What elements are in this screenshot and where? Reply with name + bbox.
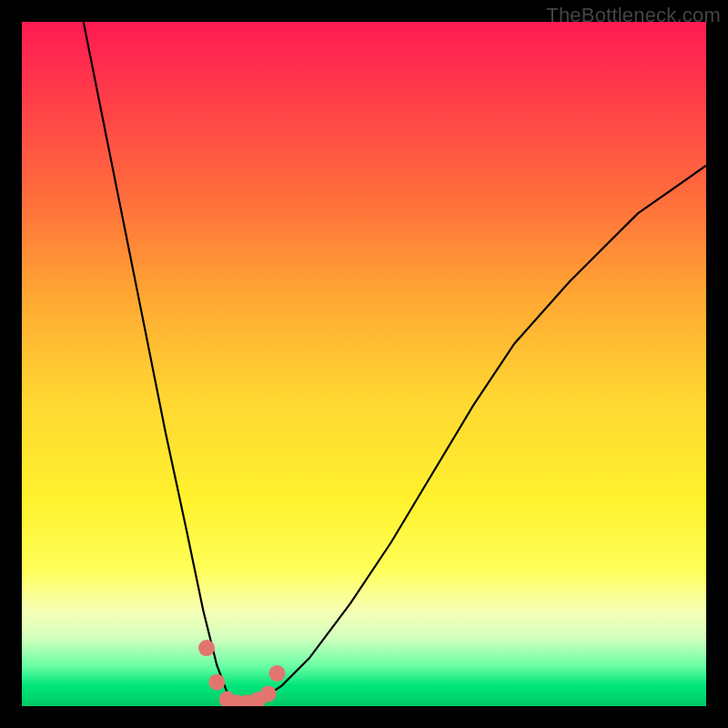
chart-markers [198,640,286,706]
chart-curve [84,22,706,703]
chart-plot-area [22,22,706,706]
watermark-text: TheBottleneck.com [546,4,721,27]
chart-marker [208,674,225,691]
chart-marker [260,686,277,703]
chart-marker [269,665,286,682]
chart-marker [198,640,215,656]
chart-svg [22,22,706,706]
